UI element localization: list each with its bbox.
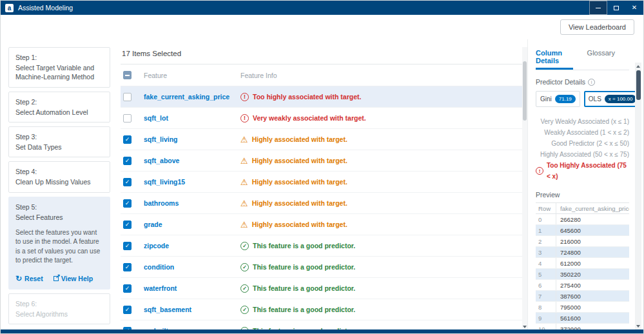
feature-checkbox[interactable] <box>123 93 132 101</box>
preview-row-index: 2 <box>536 236 556 246</box>
feature-info-text: This feature is a good predictor. <box>253 306 355 313</box>
feature-name-link[interactable]: sqft_basement <box>144 306 240 313</box>
feature-info-text: Very weakly associated with target. <box>253 114 366 122</box>
feature-info: ⚠Highly associated with target. <box>240 135 522 144</box>
feature-rows: fake_current_asking_price!Too highly ass… <box>121 86 522 329</box>
table-scrollbar-thumb[interactable] <box>523 61 527 121</box>
preview-row-value: 216000 <box>556 238 629 245</box>
scroll-down-icon[interactable] <box>635 322 641 329</box>
minimize-button[interactable] <box>589 1 607 15</box>
feature-name-link[interactable]: zipcode <box>144 242 240 250</box>
step-card-6[interactable]: Step 6:Select Algorithms <box>8 293 110 324</box>
feature-checkbox[interactable]: ✓ <box>123 199 132 208</box>
view-help-button[interactable]: View Help <box>54 273 93 284</box>
feature-name-link[interactable]: waterfront <box>144 284 240 292</box>
feature-name-link[interactable]: fake_current_asking_price <box>144 93 240 101</box>
warning-icon: ⚠ <box>240 221 248 229</box>
steps-panel: Step 1:Select Target Variable and Machin… <box>8 39 110 329</box>
step-card-4[interactable]: Step 4:Clean Up Missing Values <box>8 161 110 192</box>
feature-row[interactable]: ✓sqft_above⚠Highly associated with targe… <box>121 150 522 172</box>
view-help-label: View Help <box>61 274 93 283</box>
checkbox-cell: ✓ <box>121 178 144 186</box>
feature-checkbox[interactable]: ✓ <box>123 306 132 314</box>
feature-row[interactable]: ✓zipcode✓This feature is a good predicto… <box>121 235 522 257</box>
feature-checkbox[interactable]: ✓ <box>123 135 132 144</box>
tab-glossary[interactable]: Glossary <box>587 44 615 70</box>
preview-row: 2216000 <box>536 236 629 247</box>
details-scrollbar[interactable] <box>635 63 641 329</box>
feature-info-text: Highly associated with target. <box>252 135 347 143</box>
warning-icon: ⚠ <box>240 135 248 144</box>
step-title: Select Features <box>15 213 103 222</box>
preview-row: 6275400 <box>536 280 629 291</box>
checkbox-cell <box>121 114 144 123</box>
maximize-button[interactable] <box>607 1 625 15</box>
feature-info-column-header: Feature Info <box>240 72 522 79</box>
preview-row: 0266280 <box>536 214 629 225</box>
legend-item: !Too Highly Associated (75 < x) <box>536 160 629 182</box>
feature-checkbox[interactable]: ✓ <box>123 242 132 250</box>
feature-name-link[interactable]: sqft_living <box>144 135 240 143</box>
preview-row-value: 350220 <box>556 271 629 278</box>
feature-row[interactable]: ✓sqft_basement✓This feature is a good pr… <box>121 299 522 320</box>
step-actions: ResetView Help <box>15 273 103 284</box>
gini-metric[interactable]: Gini 71.19 <box>536 91 580 107</box>
ols-metric[interactable]: OLS x = 100.00 <box>584 91 641 107</box>
view-leaderboard-button[interactable]: View Leaderboard <box>560 19 634 35</box>
window-controls: ✕ <box>589 1 643 15</box>
feature-table: 17 Items Selected Feature Feature Info f… <box>110 39 522 329</box>
feature-row[interactable]: fake_current_asking_price!Too highly ass… <box>121 86 522 108</box>
checkbox-cell: ✓ <box>121 135 144 144</box>
feature-row[interactable]: ✓waterfront✓This feature is a good predi… <box>121 278 522 299</box>
feature-checkbox[interactable]: ✓ <box>123 284 132 293</box>
legend-item: Weakly Associated (1 < x ≤ 2) <box>536 127 629 138</box>
feature-checkbox[interactable]: ✓ <box>123 157 132 165</box>
legend-item: Highly Associated (50 < x ≤ 75) <box>536 149 629 160</box>
close-icon: ✕ <box>632 5 637 11</box>
table-scrollbar[interactable] <box>522 47 527 329</box>
feature-checkbox[interactable]: ✓ <box>123 221 132 229</box>
step-card-5[interactable]: Step 5:Select FeaturesSelect the feature… <box>8 197 110 290</box>
checkbox-cell: ✓ <box>121 242 144 250</box>
tab-column-details[interactable]: Column Details <box>536 44 573 70</box>
feature-name-link[interactable]: sqft_living15 <box>144 178 240 186</box>
feature-checkbox[interactable] <box>123 114 132 123</box>
feature-row[interactable]: ✓sqft_living15⚠Highly associated with ta… <box>121 172 522 193</box>
preview-row-value: 275400 <box>556 282 629 289</box>
scroll-down-icon[interactable] <box>523 326 527 328</box>
checkbox-cell: ✓ <box>121 157 144 165</box>
feature-info-text: This feature is a good predictor. <box>253 284 355 292</box>
feature-row[interactable]: ✓bathrooms⚠Highly associated with target… <box>121 193 522 214</box>
feature-name-link[interactable]: condition <box>144 263 240 271</box>
feature-checkbox[interactable]: ✓ <box>123 178 132 186</box>
close-button[interactable]: ✕ <box>625 1 643 15</box>
feature-name-link[interactable]: bathrooms <box>144 199 240 207</box>
step-card-3[interactable]: Step 3:Set Data Types <box>8 126 110 157</box>
error-icon: ! <box>240 114 249 123</box>
legend-text: Too Highly Associated (75 < x) <box>547 160 629 182</box>
feature-row[interactable]: ✓yr_built✓This feature is a good predict… <box>121 320 522 329</box>
step-card-1[interactable]: Step 1:Select Target Variable and Machin… <box>8 47 110 88</box>
feature-row[interactable]: ✓sqft_living⚠Highly associated with targ… <box>121 129 522 150</box>
feature-name-link[interactable]: sqft_lot <box>144 114 240 122</box>
feature-info-text: This feature is a good predictor. <box>253 242 355 250</box>
error-icon: ! <box>536 167 543 175</box>
app-window: a Assisted Modeling ✕ View Leaderboard S… <box>0 0 644 334</box>
feature-name-link[interactable]: sqft_above <box>144 157 240 164</box>
scroll-up-icon[interactable] <box>635 63 641 70</box>
predictor-legend: Very Weakly Associated (x ≤ 1)Weakly Ass… <box>536 116 629 182</box>
select-all-checkbox[interactable] <box>123 71 132 79</box>
feature-name-link[interactable]: grade <box>144 221 240 228</box>
legend-text: Highly Associated (50 < x ≤ 75) <box>540 149 629 160</box>
info-icon[interactable]: i <box>588 79 595 86</box>
feature-row[interactable]: ✓condition✓This feature is a good predic… <box>121 257 522 278</box>
feature-info: ✓This feature is a good predictor. <box>240 284 522 293</box>
checkbox-cell: ✓ <box>121 306 144 314</box>
feature-row[interactable]: ✓grade⚠Highly associated with target. <box>121 214 522 235</box>
checkbox-cell: ✓ <box>121 263 144 271</box>
feature-row[interactable]: sqft_lot!Very weakly associated with tar… <box>121 108 522 129</box>
reset-button[interactable]: Reset <box>15 273 43 284</box>
details-scrollbar-thumb[interactable] <box>636 70 641 100</box>
feature-checkbox[interactable]: ✓ <box>123 263 132 271</box>
step-card-2[interactable]: Step 2:Select Automation Level <box>8 92 110 123</box>
